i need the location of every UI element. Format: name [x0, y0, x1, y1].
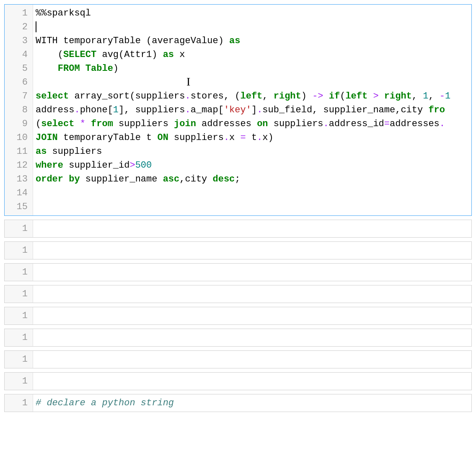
- code-token: [224, 36, 229, 46]
- code-token: =: [384, 119, 390, 129]
- code-token: temporaryTable t: [58, 132, 158, 143]
- code-line[interactable]: [36, 222, 471, 236]
- code-token: ,: [124, 105, 129, 115]
- code-token: -: [440, 91, 445, 101]
- code-cell[interactable]: 1: [4, 307, 472, 325]
- code-editor[interactable]: [33, 220, 471, 237]
- code-token: [229, 91, 235, 101]
- code-line[interactable]: where supplier_id>500: [36, 158, 471, 172]
- code-line[interactable]: # declare a python string: [36, 396, 471, 410]
- code-token: ): [268, 132, 274, 143]
- code-line[interactable]: WITH temporaryTable (averageValue) as: [36, 34, 471, 48]
- code-line[interactable]: FROM Table): [36, 62, 471, 75]
- code-token: *: [80, 119, 85, 129]
- code-editor[interactable]: # declare a python string: [33, 394, 471, 412]
- code-token: .: [257, 105, 262, 115]
- code-token: asc: [163, 174, 180, 184]
- code-token: ,: [262, 91, 268, 101]
- code-cell[interactable]: 123456789101112131415%%sparksqlWITH temp…: [4, 4, 472, 216]
- code-token: .: [323, 119, 329, 129]
- code-token: (: [129, 91, 135, 101]
- line-number: 9: [6, 117, 28, 131]
- code-token: [36, 63, 58, 74]
- line-number-gutter: 1: [5, 351, 33, 368]
- code-line[interactable]: as suppliers: [36, 145, 471, 158]
- line-number-gutter: 1: [5, 307, 33, 324]
- code-token: [36, 49, 58, 60]
- code-token: .: [224, 132, 229, 143]
- code-cell[interactable]: 1: [4, 329, 472, 347]
- code-cell[interactable]: 1: [4, 241, 472, 259]
- code-token: suppliers: [168, 132, 224, 143]
- code-token: ;: [235, 174, 240, 184]
- code-editor[interactable]: [33, 285, 471, 303]
- code-line[interactable]: order by supplier_name asc,city desc;: [36, 172, 471, 186]
- code-cell[interactable]: 1: [4, 220, 472, 238]
- code-token: .: [185, 105, 190, 115]
- code-editor[interactable]: [33, 329, 471, 346]
- code-token: 'key': [224, 105, 251, 115]
- code-token: suppliers: [129, 105, 185, 115]
- code-token: by: [69, 174, 80, 184]
- code-line[interactable]: [36, 331, 471, 345]
- code-token: [434, 91, 440, 101]
- code-token: address: [36, 105, 74, 115]
- code-token: ,: [312, 105, 318, 115]
- code-token: temporaryTable: [58, 36, 146, 46]
- line-number: 1: [6, 374, 28, 388]
- code-cell[interactable]: 1: [4, 372, 472, 390]
- code-token: [268, 91, 274, 101]
- code-token: city: [401, 105, 428, 115]
- code-token: x: [229, 132, 240, 143]
- code-cell[interactable]: 1: [4, 350, 472, 368]
- line-number: 1: [6, 265, 28, 279]
- code-editor[interactable]: [33, 264, 471, 281]
- code-editor[interactable]: %%sparksqlWITH temporaryTable (averageVa…: [33, 5, 471, 215]
- code-line[interactable]: [36, 20, 471, 34]
- code-token: suppliers: [113, 119, 174, 129]
- code-line[interactable]: [36, 186, 471, 200]
- code-token: (: [235, 91, 240, 101]
- code-line[interactable]: [36, 265, 471, 279]
- code-cell[interactable]: 1: [4, 263, 472, 281]
- code-token: left: [241, 91, 263, 101]
- line-number: 1: [6, 222, 28, 236]
- line-number: 12: [6, 158, 28, 172]
- code-token: averageValue: [152, 36, 218, 46]
- code-line[interactable]: [36, 353, 471, 366]
- code-token: ,: [412, 91, 417, 101]
- code-token: [417, 91, 423, 101]
- code-cell[interactable]: 1# declare a python string: [4, 394, 472, 412]
- code-token: ]: [251, 105, 257, 115]
- code-editor[interactable]: [33, 351, 471, 368]
- code-token: city: [185, 174, 212, 184]
- line-number-gutter: 1: [5, 242, 33, 259]
- code-line[interactable]: [36, 374, 471, 388]
- line-number-gutter: 1: [5, 264, 33, 281]
- code-cell[interactable]: 1: [4, 285, 472, 303]
- code-line[interactable]: JOIN temporaryTable t ON suppliers.x = t…: [36, 131, 471, 145]
- code-line[interactable]: (select * from suppliers join addresses …: [36, 117, 471, 131]
- code-token: [307, 91, 312, 101]
- code-line[interactable]: (SELECT avg(Attr1) as x: [36, 48, 471, 62]
- code-token: supplier_name: [318, 105, 395, 115]
- code-token: where: [36, 160, 63, 171]
- code-line[interactable]: %%sparksql: [36, 6, 471, 20]
- code-line[interactable]: I: [36, 75, 471, 89]
- code-editor[interactable]: [33, 373, 471, 390]
- line-number-gutter: 1: [5, 220, 33, 237]
- code-editor[interactable]: [33, 242, 471, 259]
- code-token: .: [257, 132, 262, 143]
- code-token: # declare a python string: [36, 398, 174, 408]
- code-line[interactable]: [36, 200, 471, 214]
- line-number: 10: [6, 131, 28, 145]
- code-editor[interactable]: [33, 307, 471, 324]
- code-token: JOIN: [36, 132, 58, 143]
- code-line[interactable]: [36, 287, 471, 301]
- code-token: order: [36, 174, 63, 184]
- code-token: suppliers: [47, 146, 102, 157]
- code-line[interactable]: [36, 309, 471, 323]
- code-line[interactable]: select array_sort(suppliers.stores, (lef…: [36, 89, 471, 103]
- code-line[interactable]: address.phone[1], suppliers.a_map['key']…: [36, 103, 471, 117]
- code-line[interactable]: [36, 244, 471, 257]
